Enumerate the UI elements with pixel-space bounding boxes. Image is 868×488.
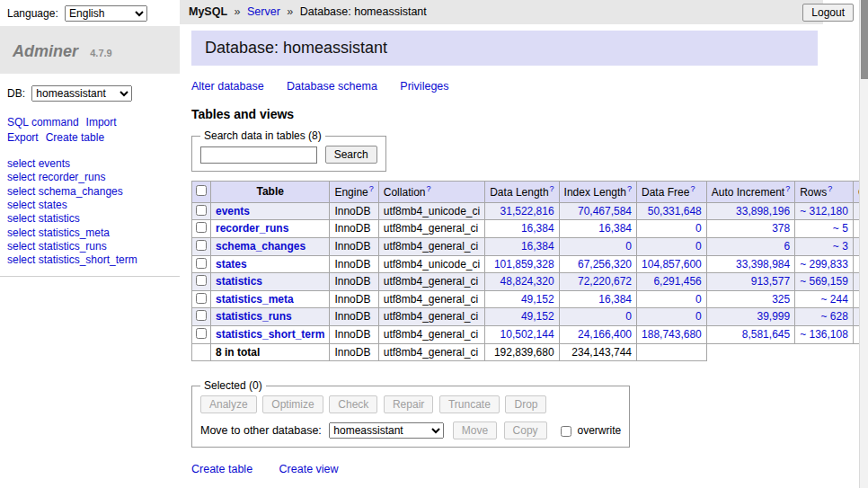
overwrite-label: overwrite: [577, 424, 621, 437]
column-help-link[interactable]: ?: [785, 184, 790, 193]
row-checkbox[interactable]: [196, 310, 207, 321]
vertical-scrollbar[interactable]: [859, 0, 868, 488]
sidebar-item-recorder-runs[interactable]: select recorder_runs: [7, 171, 173, 184]
table-link[interactable]: states: [216, 258, 247, 271]
table-row: recorder_runs InnoDB utf8mb4_general_ci …: [192, 220, 868, 238]
column-help-link[interactable]: ?: [369, 184, 374, 193]
tables-overview-table: Table Engine? Collation? Data Length? In…: [191, 181, 868, 361]
overwrite-checkbox[interactable]: [561, 426, 571, 437]
selected-fieldset: Selected (0) Analyze Optimize Check Repa…: [191, 379, 630, 448]
sidebar-item-states[interactable]: select states: [7, 199, 173, 212]
rows-cell: ~ 244: [795, 290, 854, 308]
column-help-link[interactable]: ?: [627, 184, 632, 193]
menu-actions: SQL commandImport ExportCreate table: [7, 115, 173, 146]
scrollbar-thumb[interactable]: [861, 0, 868, 79]
sidebar-item-events[interactable]: select events: [7, 157, 173, 171]
sidebar-item-statistics[interactable]: select statistics: [7, 212, 173, 226]
sidebar-item-statistics-runs[interactable]: select statistics_runs: [7, 240, 173, 253]
collation-cell: utf8mb4_general_ci: [378, 237, 484, 255]
index-length-cell: 16,384: [559, 220, 636, 238]
row-checkbox[interactable]: [196, 293, 207, 304]
column-label: Data Length: [490, 186, 548, 199]
breadcrumb-separator: »: [235, 5, 241, 18]
row-checkbox[interactable]: [196, 205, 207, 216]
engine-cell: InnoDB: [330, 326, 378, 344]
db-select[interactable]: homeassistant: [31, 85, 132, 102]
drop-button[interactable]: Drop: [505, 395, 546, 413]
table-row: statistics InnoDB utf8mb4_general_ci 48,…: [192, 273, 868, 291]
create-view-link[interactable]: Create view: [279, 463, 339, 475]
data-free-cell: 6,291,456: [637, 273, 707, 291]
language-select[interactable]: English: [65, 5, 147, 22]
create-table-link-main[interactable]: Create table: [191, 463, 252, 475]
create-table-link[interactable]: Create table: [46, 131, 104, 144]
move-database-select[interactable]: homeassistant: [329, 422, 444, 439]
import-link[interactable]: Import: [86, 116, 117, 129]
move-button[interactable]: Move: [453, 421, 497, 439]
table-link[interactable]: recorder_runs: [216, 222, 288, 235]
breadcrumb-vendor-link[interactable]: MySQL: [189, 5, 227, 18]
copy-button[interactable]: Copy: [504, 421, 547, 439]
table-link[interactable]: statistics_runs: [216, 310, 292, 323]
export-link[interactable]: Export: [7, 131, 39, 144]
column-header-engine: Engine?: [330, 182, 378, 203]
repair-button[interactable]: Repair: [384, 395, 433, 413]
total-spacer-cell: [706, 343, 868, 361]
adminer-window: Language: English Adminer 4.7.9 DB: home…: [0, 0, 868, 488]
column-label: Collation: [384, 186, 426, 199]
column-help-link[interactable]: ?: [426, 184, 430, 193]
main-content: MySQL » Server » Database: homeassistant…: [180, 0, 868, 488]
collation-cell: utf8mb4_general_ci: [378, 220, 484, 238]
analyze-button[interactable]: Analyze: [200, 395, 257, 413]
database-schema-link[interactable]: Database schema: [287, 80, 377, 93]
table-link[interactable]: statistics: [216, 275, 262, 288]
rows-cell: ~ 3: [795, 237, 854, 255]
sidebar-item-statistics-short-term[interactable]: select statistics_short_term: [7, 253, 173, 267]
column-help-link[interactable]: ?: [690, 184, 695, 193]
sidebar-item-statistics-meta[interactable]: select statistics_meta: [7, 226, 173, 240]
engine-cell: InnoDB: [330, 220, 378, 238]
row-checkbox[interactable]: [196, 240, 207, 251]
index-length-cell: 72,220,672: [559, 273, 636, 291]
table-link[interactable]: statistics_meta: [216, 293, 294, 306]
row-checkbox[interactable]: [196, 258, 207, 269]
logout-button[interactable]: Logout: [802, 4, 854, 22]
select-all-checkbox[interactable]: [196, 185, 207, 196]
total-label-cell: 8 in total: [211, 343, 330, 361]
column-label: Index Length: [564, 186, 626, 199]
table-link[interactable]: schema_changes: [216, 240, 306, 253]
table-row: statistics_runs InnoDB utf8mb4_general_c…: [192, 308, 868, 326]
privileges-link[interactable]: Privileges: [400, 80, 448, 93]
create-links: Create table Create view: [191, 463, 868, 475]
sql-command-link[interactable]: SQL command: [7, 116, 79, 129]
truncate-button[interactable]: Truncate: [439, 395, 500, 413]
auto-increment-cell: 39,999: [706, 308, 794, 326]
table-link[interactable]: statistics_short_term: [216, 328, 324, 341]
db-label: DB:: [7, 87, 25, 100]
check-button[interactable]: Check: [329, 395, 377, 413]
search-legend: Search data in tables (8): [200, 129, 325, 142]
breadcrumb-separator: »: [287, 5, 293, 18]
data-free-cell: 50,331,648: [637, 202, 707, 220]
data-free-cell: 0: [637, 308, 707, 326]
alter-database-link[interactable]: Alter database: [191, 80, 264, 93]
table-link[interactable]: events: [216, 205, 250, 217]
search-button[interactable]: Search: [325, 146, 377, 164]
row-checkbox[interactable]: [196, 275, 207, 286]
sidebar-item-schema-changes[interactable]: select schema_changes: [7, 185, 173, 199]
row-checkbox[interactable]: [196, 222, 207, 233]
row-checkbox[interactable]: [196, 328, 207, 339]
auto-increment-cell: 325: [706, 290, 794, 308]
column-help-link[interactable]: ?: [828, 184, 832, 193]
db-selector-row: DB: homeassistant: [7, 85, 173, 102]
breadcrumb-server-link[interactable]: Server: [247, 5, 280, 18]
language-label: Language:: [7, 7, 58, 20]
data-length-cell: 49,152: [485, 290, 559, 308]
rows-cell: ~ 5: [795, 220, 854, 238]
column-help-link[interactable]: ?: [550, 184, 554, 193]
move-row: Move to other database: homeassistant Mo…: [200, 421, 621, 439]
collation-cell: utf8mb4_unicode_ci: [378, 255, 484, 273]
search-fieldset: Search data in tables (8) Search: [191, 129, 386, 172]
optimize-button[interactable]: Optimize: [262, 395, 323, 413]
search-input[interactable]: [200, 146, 317, 164]
